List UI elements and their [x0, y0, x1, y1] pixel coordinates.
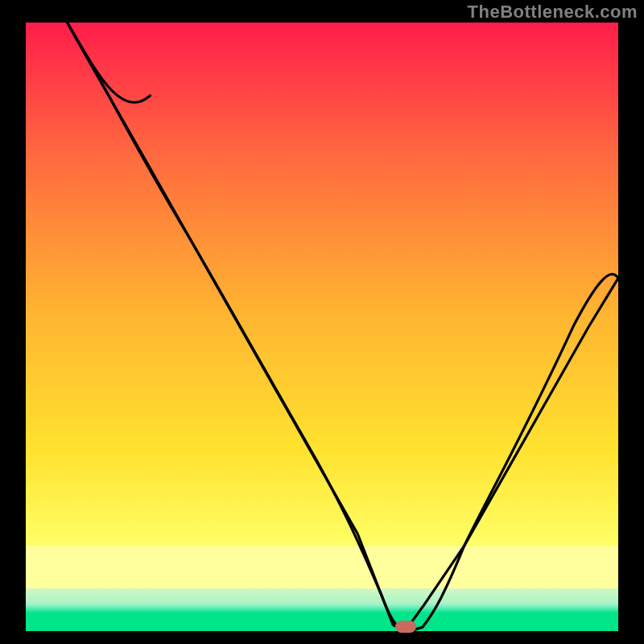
- chart-background: [26, 23, 618, 631]
- optimal-point-marker: [395, 621, 416, 633]
- bottleneck-chart: [0, 0, 644, 644]
- attribution-label: TheBottleneck.com: [468, 2, 638, 23]
